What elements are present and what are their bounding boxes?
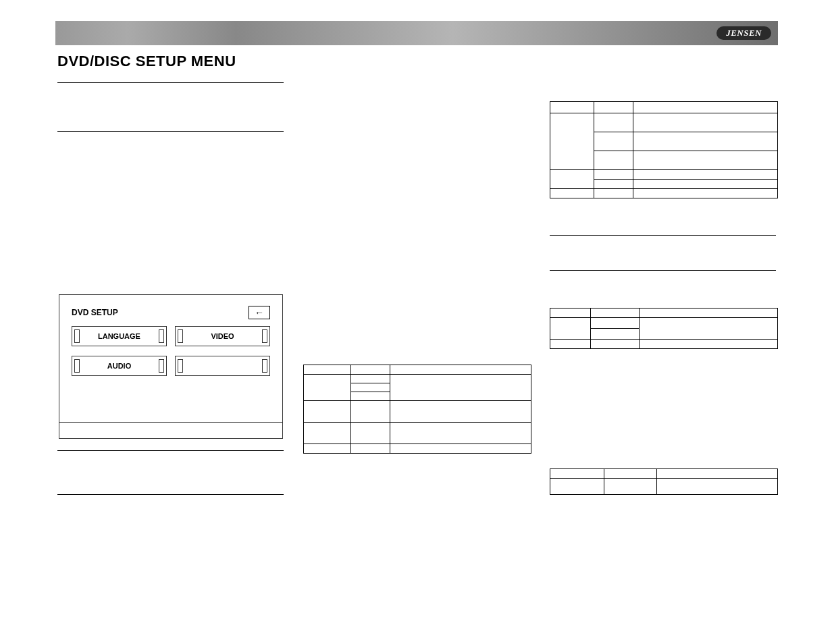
cell [640,308,778,318]
table-header-row [304,365,531,375]
cell [633,189,778,198]
cell [633,151,778,170]
cell [351,392,390,401]
cell [633,132,778,151]
cell [390,401,531,423]
divider [57,450,284,451]
table-row [304,444,531,454]
brand-logo: JENSEN [716,26,771,40]
table-row [550,318,778,329]
table-row [304,375,531,383]
cell [351,365,390,375]
divider [57,494,284,495]
top-banner: JENSEN [55,21,778,45]
table-header-row [550,469,778,479]
cell [550,318,591,340]
video-button[interactable]: VIDEO [175,326,270,346]
empty-button[interactable] [175,356,270,376]
divider [550,270,776,271]
table-bottom-right [550,468,778,495]
divider [57,131,284,132]
panel-title: DVD SETUP [72,308,118,317]
cell [304,444,351,454]
cell [304,401,351,423]
table-row [550,113,778,132]
cell [550,170,594,189]
table-header-row [550,102,778,113]
page-title: DVD/DISC SETUP MENU [57,53,236,70]
panel-button-row: LANGUAGE VIDEO [59,325,282,346]
cell [550,469,604,479]
cell [351,423,390,444]
table-top-right [550,101,778,198]
cell [591,329,640,340]
cell [594,132,633,151]
table-header-row [550,308,778,318]
cell [657,479,778,495]
cell [633,102,778,113]
cell [594,151,633,170]
cell [604,479,657,495]
cell [640,318,778,340]
table-row [550,170,778,180]
divider [57,82,284,83]
cell [550,479,604,495]
cell [594,189,633,198]
cell [594,170,633,180]
cell [550,102,594,113]
cell [351,444,390,454]
cell [390,444,531,454]
back-icon[interactable]: ← [249,306,270,319]
divider [550,235,776,236]
cell [604,469,657,479]
cell [633,113,778,132]
cell [594,180,633,189]
cell [550,308,591,318]
table-row [304,423,531,444]
table-row [550,340,778,349]
cell [657,469,778,479]
table-middle-right [550,308,778,349]
table-middle [303,365,531,454]
cell [351,375,390,383]
cell [594,102,633,113]
cell [591,308,640,318]
cell [390,423,531,444]
table-row [304,401,531,423]
cell [633,170,778,180]
panel-button-row: AUDIO [59,354,282,376]
cell [550,340,591,349]
cell [633,180,778,189]
table-row [550,189,778,198]
cell [550,113,594,170]
cell [351,401,390,423]
cell [591,340,640,349]
cell [304,375,351,401]
cell [351,383,390,392]
panel-header: DVD SETUP ← [59,295,282,325]
cell [591,318,640,329]
cell [550,189,594,198]
cell [304,423,351,444]
panel-footer [59,422,282,438]
dvd-setup-panel: DVD SETUP ← LANGUAGE VIDEO AUDIO [59,294,283,439]
cell [304,365,351,375]
cell [594,113,633,132]
audio-button[interactable]: AUDIO [72,356,167,376]
cell [390,375,531,401]
cell [390,365,531,375]
language-button[interactable]: LANGUAGE [72,326,167,346]
table-row [550,479,778,495]
cell [640,340,778,349]
